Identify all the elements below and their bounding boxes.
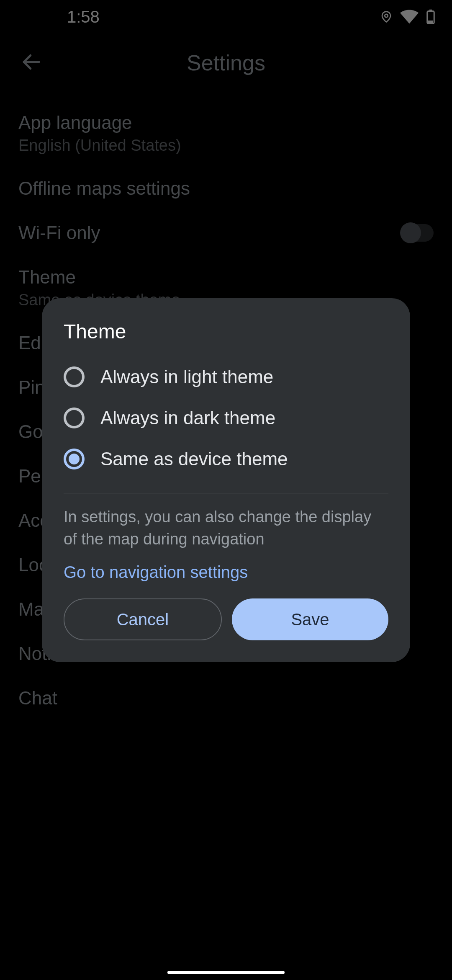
theme-option[interactable]: Always in dark theme (42, 397, 410, 438)
navigation-settings-link[interactable]: Go to navigation settings (42, 550, 410, 598)
radio-label: Always in dark theme (100, 407, 275, 428)
theme-option[interactable]: Same as device theme (42, 438, 410, 480)
radio-icon (64, 449, 85, 469)
dialog-note: In settings, you can also change the dis… (42, 506, 410, 550)
save-button[interactable]: Save (232, 598, 388, 640)
nav-handle[interactable] (167, 971, 285, 974)
dialog-buttons: Cancel Save (42, 598, 410, 640)
radio-icon (64, 407, 85, 428)
theme-dialog: Theme Always in light themeAlways in dar… (42, 298, 410, 662)
cancel-button[interactable]: Cancel (64, 598, 222, 640)
radio-icon (64, 366, 85, 387)
radio-list: Always in light themeAlways in dark them… (42, 353, 410, 488)
dialog-divider (64, 493, 388, 493)
dialog-title: Theme (42, 320, 410, 353)
radio-label: Same as device theme (100, 449, 288, 469)
theme-option[interactable]: Always in light theme (42, 356, 410, 397)
radio-label: Always in light theme (100, 366, 273, 387)
